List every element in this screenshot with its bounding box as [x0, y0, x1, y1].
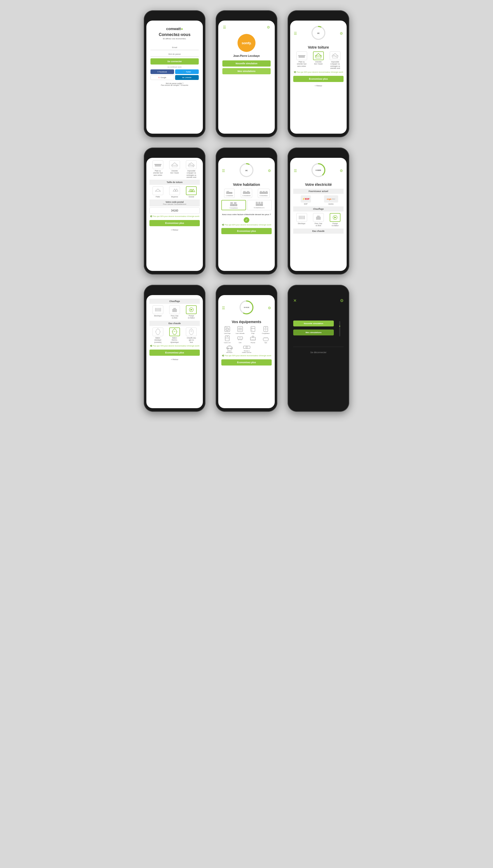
voiture-label: Voitureélectrique: [227, 350, 233, 353]
circle-elec: 6 689€: [311, 162, 326, 178]
menu-icon-elec[interactable]: ☰: [294, 168, 297, 173]
svg-marker-5: [315, 54, 321, 56]
size-moyenne[interactable]: Moyenne: [167, 186, 182, 198]
equip-pompe-piscine[interactable]: Pompe àchaleur piscine: [238, 344, 255, 353]
connect-button[interactable]: Se connecter: [150, 58, 199, 64]
svg-rect-29: [243, 191, 246, 193]
svg-rect-55: [317, 216, 320, 217]
chauf-elec[interactable]: Electrique: [294, 213, 309, 227]
settings-icon-toiture[interactable]: ⚙: [340, 32, 343, 36]
back-link-chauf[interactable]: < Retour: [149, 358, 200, 361]
option-plate[interactable]: Plate ouorientée Sudsans ombre: [294, 52, 309, 70]
fournisseur-autres[interactable]: engie direct Autres: [323, 195, 339, 205]
icon-moyenne: [169, 186, 180, 195]
equip-clim[interactable]: Clim: [234, 335, 246, 343]
leaf-icon-hab: 🌿: [222, 224, 224, 226]
chauf-icons: Electrique Fioul, Gazou Bois: [149, 305, 200, 319]
settings-icon-hab[interactable]: ⚙: [268, 168, 271, 173]
back-link-toiture[interactable]: < Retour: [293, 85, 344, 87]
economisez-taille[interactable]: Économisez plus: [149, 220, 200, 226]
option-est[interactable]: OrientéeEst / Ouest: [311, 52, 326, 70]
my-sims-button[interactable]: Mes simulations: [222, 68, 271, 74]
option-nord[interactable]: Impossibleà équiper ouombragée ouorienté…: [327, 52, 343, 70]
option-est-label: OrientéeEst / Ouest: [314, 61, 322, 65]
equip-caveabin[interactable]: Cave à vin: [221, 335, 233, 343]
taille-opt-plate[interactable]: Plate ouorientée Sudsans ombre: [150, 160, 166, 179]
equip-frigo[interactable]: Frigo: [247, 326, 259, 334]
facebook-button[interactable]: f Facebook: [150, 69, 174, 74]
svg-rect-61: [160, 308, 161, 311]
fournisseur-edf[interactable]: ⚡EDF EDF: [298, 195, 314, 205]
svg-rect-38: [230, 204, 233, 206]
chauf-pompe[interactable]: Pompeà chaleur: [327, 213, 343, 227]
eau-thermo[interactable]: Ballonthermo-dynamique: [167, 327, 182, 343]
logout-text[interactable]: Se déconnecter: [310, 351, 326, 354]
eau-ballon[interactable]: Ballonclassique(cumulus): [150, 327, 166, 343]
caveabin-label: Cave à vin: [224, 342, 231, 343]
dark-new-sim[interactable]: Nouvelle simulation: [293, 321, 334, 326]
back-link-taille[interactable]: < Retour: [149, 229, 200, 231]
bed-5[interactable]: 5 chambres et +: [247, 200, 272, 210]
taille-opt-nord[interactable]: Impossibleà équiper ouombragée ouorienté…: [184, 160, 199, 179]
svg-rect-95: [250, 337, 256, 340]
economisez-chauf[interactable]: Économisez plus: [149, 349, 200, 356]
ce-pompe[interactable]: Pompeà chaleur: [184, 305, 199, 319]
size-petite[interactable]: Petite: [150, 186, 166, 198]
twitter-button[interactable]: 🐦 Twitter: [175, 69, 199, 74]
ce-gaz[interactable]: Fioul, Gazou Bois: [167, 305, 182, 319]
bed-2[interactable]: 2 chambres: [238, 189, 255, 198]
economisez-hab[interactable]: Économisez plus: [221, 228, 272, 234]
svg-rect-3: [299, 56, 305, 58]
size-grande[interactable]: Grande: [184, 186, 199, 198]
taille-est-label: OrientéeEst / Ouest: [171, 170, 179, 174]
svg-point-79: [226, 328, 229, 331]
taille-opt-est[interactable]: OrientéeEst / Ouest: [167, 160, 182, 179]
somfy-logo: somfy.: [237, 34, 256, 52]
phone-somfy: ☰ ⚙ somfy. Jean-Pierre Lecobaye Nouvelle…: [216, 10, 277, 137]
new-sim-button[interactable]: Nouvelle simulation: [222, 60, 271, 66]
equip-lavevaiss[interactable]: Lave vaisselle: [234, 326, 246, 334]
menu-icon-hab[interactable]: ☰: [222, 168, 225, 173]
economisez-equip[interactable]: Économisez plus: [221, 359, 272, 365]
chauf-gaz[interactable]: Fioul, Gazou Bois: [311, 213, 326, 227]
eau-chauffe[interactable]: Chauffe-eaugaz oufioul: [184, 327, 199, 343]
email-input[interactable]: [150, 45, 199, 50]
bed-3[interactable]: 3 chambres: [256, 189, 272, 198]
equip-spa[interactable]: Spa: [260, 335, 272, 343]
toiture-title: Votre toiture: [293, 45, 344, 49]
bed-4[interactable]: 4 chambres: [221, 200, 246, 210]
settings-icon-elec[interactable]: ⚙: [340, 168, 343, 173]
postal-value[interactable]: 34160: [149, 207, 200, 214]
svg-rect-51: [301, 216, 302, 219]
menu-icon-toiture[interactable]: ☰: [294, 32, 297, 36]
equip-lavelinge[interactable]: Lave linge: [221, 326, 233, 334]
leaf-icon-chauf: 🌿: [150, 345, 152, 347]
phone-equip: ☰ 19 612€ ⚙ Vos équipements: [216, 285, 277, 412]
settings-icon-equip[interactable]: ⚙: [268, 306, 271, 310]
economisez-toiture[interactable]: Économisez plus: [293, 76, 344, 82]
linkedin-button[interactable]: in Linkedin: [175, 75, 199, 80]
google-button[interactable]: G Google: [150, 75, 174, 80]
ce-elec[interactable]: Electrique: [150, 305, 166, 319]
password-input[interactable]: [150, 52, 199, 57]
google-icon: G: [158, 77, 159, 78]
dark-my-sims[interactable]: Mes simulations: [293, 329, 334, 336]
icon-est: [169, 160, 180, 169]
settings-icon-dark[interactable]: ⚙: [340, 298, 344, 303]
equip-congelateur[interactable]: Congélateur: [260, 326, 272, 334]
row-1: comwatt● Connectez-vous Et affinez vos é…: [144, 10, 349, 137]
menu-icon-equip[interactable]: ☰: [222, 306, 225, 310]
svg-point-80: [227, 328, 228, 330]
ce-gaz-box: [169, 305, 180, 314]
equip-voiture[interactable]: Voitureélectrique: [221, 344, 237, 353]
icon-box-plate: [296, 52, 307, 60]
bed-1[interactable]: 1 chambre: [221, 189, 237, 198]
equip-piscine[interactable]: Piscine: [247, 335, 259, 343]
close-icon-dark[interactable]: ✕: [293, 298, 297, 303]
menu-icon[interactable]: ☰: [223, 25, 226, 29]
screen-toiture: ☰ 0€ ⚙ Votre toiture: [290, 21, 347, 134]
somfy-text: somfy.: [242, 41, 251, 45]
taille-top-icons: Plate ouorientée Sudsans ombre OrientéeE…: [149, 160, 200, 179]
svg-rect-57: [155, 308, 156, 311]
settings-icon[interactable]: ⚙: [267, 25, 270, 29]
